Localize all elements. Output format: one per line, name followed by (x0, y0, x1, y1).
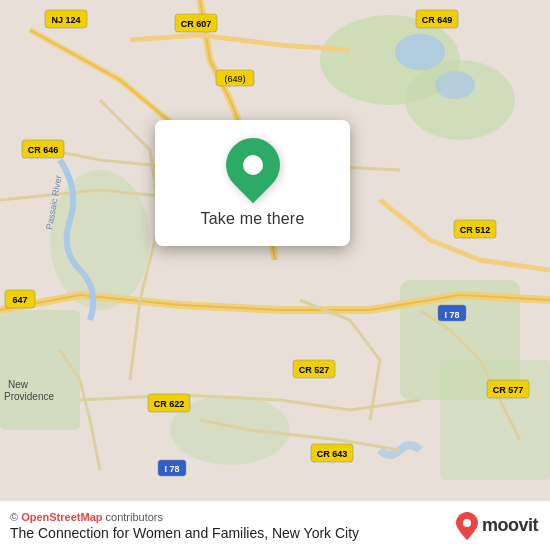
location-name: The Connection for Women and Families, N… (10, 525, 359, 541)
svg-point-8 (395, 34, 445, 70)
bottom-left-info: © OpenStreetMap contributors The Connect… (10, 511, 359, 541)
svg-text:NJ 124: NJ 124 (51, 15, 80, 25)
svg-text:New: New (8, 379, 29, 390)
location-pin-icon (214, 127, 290, 203)
svg-text:CR 643: CR 643 (317, 449, 348, 459)
osm-credit: © OpenStreetMap contributors (10, 511, 359, 523)
bottom-bar: © OpenStreetMap contributors The Connect… (0, 500, 550, 550)
osm-link[interactable]: OpenStreetMap (21, 511, 102, 523)
take-me-there-popup: Take me there (155, 120, 350, 246)
svg-text:I 78: I 78 (164, 464, 179, 474)
svg-rect-5 (0, 310, 80, 430)
svg-text:Providence: Providence (4, 391, 54, 402)
moovit-text: moovit (482, 515, 538, 536)
map-container: NJ 124 CR 607 CR 649 CR 646 (649) CR 512… (0, 0, 550, 500)
svg-rect-7 (440, 360, 550, 480)
svg-text:647: 647 (12, 295, 27, 305)
svg-text:I 78: I 78 (444, 310, 459, 320)
svg-text:CR 607: CR 607 (181, 19, 212, 29)
svg-point-9 (435, 71, 475, 99)
svg-text:CR 527: CR 527 (299, 365, 330, 375)
svg-text:CR 622: CR 622 (154, 399, 185, 409)
svg-point-39 (463, 519, 471, 527)
svg-text:CR 646: CR 646 (28, 145, 59, 155)
svg-text:CR 649: CR 649 (422, 15, 453, 25)
moovit-pin-icon (456, 512, 478, 540)
svg-text:CR 512: CR 512 (460, 225, 491, 235)
svg-text:CR 577: CR 577 (493, 385, 524, 395)
take-me-there-button[interactable]: Take me there (193, 206, 313, 232)
moovit-logo[interactable]: moovit (456, 512, 538, 540)
pin-center (243, 155, 263, 175)
svg-text:(649): (649) (224, 74, 245, 84)
